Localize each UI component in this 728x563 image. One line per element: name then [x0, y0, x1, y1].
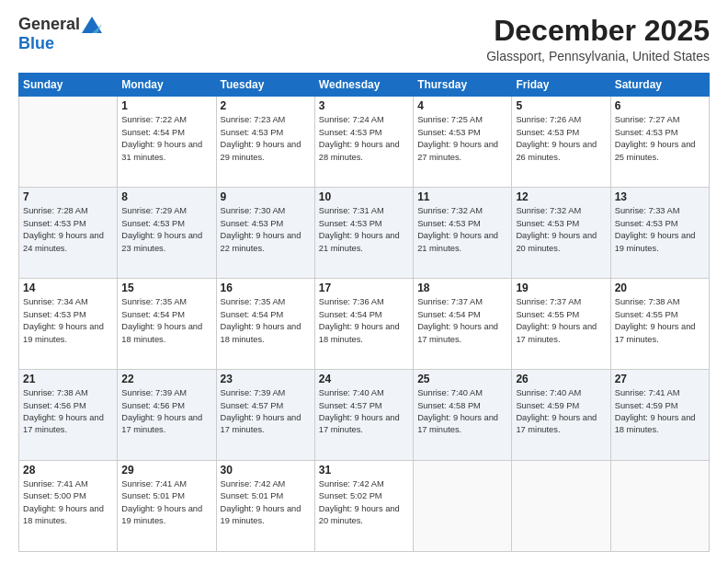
day-detail: Sunrise: 7:34 AMSunset: 4:53 PMDaylight:…	[23, 296, 113, 346]
day-detail: Sunrise: 7:32 AMSunset: 4:53 PMDaylight:…	[516, 205, 606, 255]
calendar-cell: 9Sunrise: 7:30 AMSunset: 4:53 PMDaylight…	[216, 188, 314, 279]
day-number: 10	[319, 190, 409, 203]
day-number: 6	[615, 99, 705, 112]
weekday-header-sunday: Sunday	[19, 74, 118, 97]
calendar-cell: 28Sunrise: 7:41 AMSunset: 5:00 PMDayligh…	[19, 461, 118, 552]
calendar-week-row: 1Sunrise: 7:22 AMSunset: 4:54 PMDaylight…	[19, 97, 710, 188]
day-detail: Sunrise: 7:39 AMSunset: 4:56 PMDaylight:…	[121, 387, 211, 437]
day-number: 29	[121, 464, 211, 477]
day-number: 16	[221, 282, 311, 294]
day-number: 7	[23, 190, 113, 203]
day-detail: Sunrise: 7:41 AMSunset: 4:59 PMDaylight:…	[615, 387, 705, 437]
calendar-cell: 5Sunrise: 7:26 AMSunset: 4:53 PMDaylight…	[512, 97, 610, 188]
weekday-header-friday: Friday	[512, 74, 610, 97]
day-number: 18	[417, 282, 507, 294]
calendar-cell: 6Sunrise: 7:27 AMSunset: 4:53 PMDaylight…	[610, 97, 709, 188]
svg-marker-0	[82, 17, 102, 33]
weekday-header-tuesday: Tuesday	[216, 74, 314, 97]
day-detail: Sunrise: 7:30 AMSunset: 4:53 PMDaylight:…	[221, 205, 311, 255]
month-title: December 2025	[486, 15, 710, 47]
day-number: 8	[121, 190, 211, 203]
day-number: 15	[121, 282, 211, 294]
calendar-cell: 14Sunrise: 7:34 AMSunset: 4:53 PMDayligh…	[19, 279, 118, 370]
calendar-cell: 19Sunrise: 7:37 AMSunset: 4:55 PMDayligh…	[512, 279, 610, 370]
day-number: 4	[417, 99, 507, 112]
calendar-cell: 1Sunrise: 7:22 AMSunset: 4:54 PMDaylight…	[118, 97, 216, 188]
calendar-cell	[610, 461, 709, 552]
calendar-cell: 4Sunrise: 7:25 AMSunset: 4:53 PMDaylight…	[414, 97, 512, 188]
calendar-cell: 22Sunrise: 7:39 AMSunset: 4:56 PMDayligh…	[118, 370, 216, 461]
day-detail: Sunrise: 7:23 AMSunset: 4:53 PMDaylight:…	[221, 114, 311, 164]
calendar-cell: 11Sunrise: 7:32 AMSunset: 4:53 PMDayligh…	[414, 188, 512, 279]
calendar-cell: 18Sunrise: 7:37 AMSunset: 4:54 PMDayligh…	[414, 279, 512, 370]
day-detail: Sunrise: 7:35 AMSunset: 4:54 PMDaylight:…	[121, 296, 211, 346]
day-detail: Sunrise: 7:27 AMSunset: 4:53 PMDaylight:…	[615, 114, 705, 164]
calendar-cell: 29Sunrise: 7:41 AMSunset: 5:01 PMDayligh…	[118, 461, 216, 552]
calendar-cell: 20Sunrise: 7:38 AMSunset: 4:55 PMDayligh…	[610, 279, 709, 370]
day-detail: Sunrise: 7:38 AMSunset: 4:56 PMDaylight:…	[23, 387, 113, 437]
logo-blue-text: Blue	[18, 34, 54, 53]
page: General Blue December 2025 Glassport, Pe…	[0, 0, 728, 563]
day-number: 19	[516, 282, 606, 294]
calendar-cell: 25Sunrise: 7:40 AMSunset: 4:58 PMDayligh…	[414, 370, 512, 461]
weekday-header-wednesday: Wednesday	[314, 74, 413, 97]
calendar-cell: 21Sunrise: 7:38 AMSunset: 4:56 PMDayligh…	[19, 370, 118, 461]
calendar-cell: 12Sunrise: 7:32 AMSunset: 4:53 PMDayligh…	[512, 188, 610, 279]
day-detail: Sunrise: 7:22 AMSunset: 4:54 PMDaylight:…	[121, 114, 211, 164]
location: Glassport, Pennsylvania, United States	[486, 49, 710, 63]
day-detail: Sunrise: 7:35 AMSunset: 4:54 PMDaylight:…	[221, 296, 311, 346]
day-detail: Sunrise: 7:37 AMSunset: 4:55 PMDaylight:…	[516, 296, 606, 346]
calendar-header-row: SundayMondayTuesdayWednesdayThursdayFrid…	[19, 74, 710, 97]
calendar-cell: 26Sunrise: 7:40 AMSunset: 4:59 PMDayligh…	[512, 370, 610, 461]
calendar-cell: 15Sunrise: 7:35 AMSunset: 4:54 PMDayligh…	[118, 279, 216, 370]
header: General Blue December 2025 Glassport, Pe…	[18, 15, 710, 63]
day-number: 22	[121, 373, 211, 385]
day-number: 31	[319, 464, 409, 477]
calendar-cell: 23Sunrise: 7:39 AMSunset: 4:57 PMDayligh…	[216, 370, 314, 461]
day-detail: Sunrise: 7:31 AMSunset: 4:53 PMDaylight:…	[319, 205, 409, 255]
calendar-cell: 3Sunrise: 7:24 AMSunset: 4:53 PMDaylight…	[314, 97, 413, 188]
weekday-header-saturday: Saturday	[610, 74, 709, 97]
title-section: December 2025 Glassport, Pennsylvania, U…	[486, 15, 710, 63]
day-number: 28	[23, 464, 113, 477]
logo: General Blue	[18, 15, 102, 53]
calendar-week-row: 14Sunrise: 7:34 AMSunset: 4:53 PMDayligh…	[19, 279, 710, 370]
calendar-cell: 7Sunrise: 7:28 AMSunset: 4:53 PMDaylight…	[19, 188, 118, 279]
day-detail: Sunrise: 7:28 AMSunset: 4:53 PMDaylight:…	[23, 205, 113, 255]
day-number: 1	[121, 99, 211, 112]
day-detail: Sunrise: 7:40 AMSunset: 4:59 PMDaylight:…	[516, 387, 606, 437]
day-number: 24	[319, 373, 409, 385]
day-number: 5	[516, 99, 606, 112]
day-detail: Sunrise: 7:41 AMSunset: 5:01 PMDaylight:…	[121, 478, 211, 528]
calendar-cell: 2Sunrise: 7:23 AMSunset: 4:53 PMDaylight…	[216, 97, 314, 188]
day-number: 13	[615, 190, 705, 203]
day-detail: Sunrise: 7:40 AMSunset: 4:58 PMDaylight:…	[417, 387, 507, 437]
day-number: 2	[221, 99, 311, 112]
calendar-cell: 8Sunrise: 7:29 AMSunset: 4:53 PMDaylight…	[118, 188, 216, 279]
day-detail: Sunrise: 7:36 AMSunset: 4:54 PMDaylight:…	[319, 296, 409, 346]
calendar-cell: 27Sunrise: 7:41 AMSunset: 4:59 PMDayligh…	[610, 370, 709, 461]
day-detail: Sunrise: 7:26 AMSunset: 4:53 PMDaylight:…	[516, 114, 606, 164]
calendar-cell: 17Sunrise: 7:36 AMSunset: 4:54 PMDayligh…	[314, 279, 413, 370]
day-detail: Sunrise: 7:24 AMSunset: 4:53 PMDaylight:…	[319, 114, 409, 164]
day-number: 21	[23, 373, 113, 385]
day-number: 12	[516, 190, 606, 203]
day-detail: Sunrise: 7:32 AMSunset: 4:53 PMDaylight:…	[417, 205, 507, 255]
day-detail: Sunrise: 7:40 AMSunset: 4:57 PMDaylight:…	[319, 387, 409, 437]
day-number: 26	[516, 373, 606, 385]
day-number: 20	[615, 282, 705, 294]
day-number: 17	[319, 282, 409, 294]
day-number: 23	[221, 373, 311, 385]
calendar-cell: 30Sunrise: 7:42 AMSunset: 5:01 PMDayligh…	[216, 461, 314, 552]
calendar-week-row: 21Sunrise: 7:38 AMSunset: 4:56 PMDayligh…	[19, 370, 710, 461]
calendar-cell	[414, 461, 512, 552]
day-detail: Sunrise: 7:29 AMSunset: 4:53 PMDaylight:…	[121, 205, 211, 255]
weekday-header-thursday: Thursday	[414, 74, 512, 97]
weekday-header-monday: Monday	[118, 74, 216, 97]
day-detail: Sunrise: 7:33 AMSunset: 4:53 PMDaylight:…	[615, 205, 705, 255]
day-detail: Sunrise: 7:38 AMSunset: 4:55 PMDaylight:…	[615, 296, 705, 346]
calendar-week-row: 28Sunrise: 7:41 AMSunset: 5:00 PMDayligh…	[19, 461, 710, 552]
calendar-week-row: 7Sunrise: 7:28 AMSunset: 4:53 PMDaylight…	[19, 188, 710, 279]
day-number: 14	[23, 282, 113, 294]
day-detail: Sunrise: 7:37 AMSunset: 4:54 PMDaylight:…	[417, 296, 507, 346]
